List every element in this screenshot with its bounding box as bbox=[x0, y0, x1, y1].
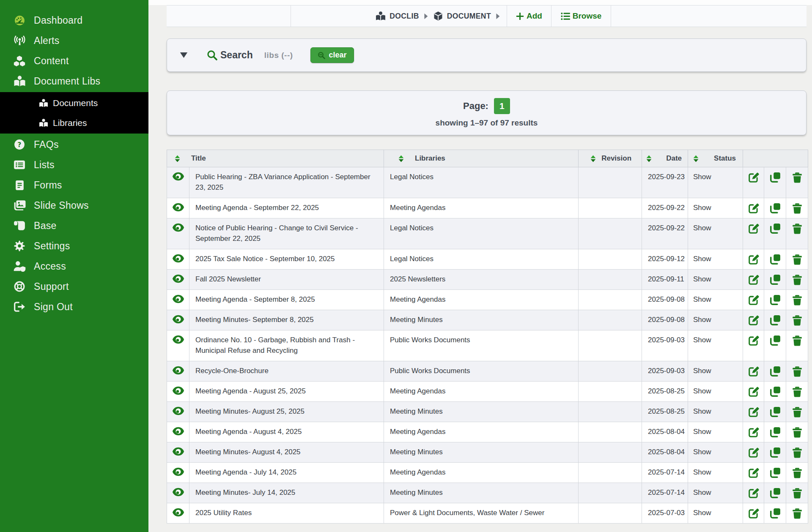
row-edit-button[interactable] bbox=[743, 483, 764, 503]
row-copy-button[interactable] bbox=[764, 198, 786, 218]
row-edit-button[interactable] bbox=[743, 442, 764, 462]
row-edit-button[interactable] bbox=[743, 462, 764, 483]
sidebar-item-alerts[interactable]: Alerts bbox=[0, 30, 148, 51]
column-header-revision[interactable]: Revision bbox=[579, 150, 642, 167]
row-title: Recycle-One-Brochure bbox=[189, 361, 384, 381]
row-view-button[interactable] bbox=[167, 381, 189, 401]
row-view-button[interactable] bbox=[167, 198, 189, 218]
sidebar-item-support[interactable]: Support bbox=[0, 276, 148, 297]
row-view-button[interactable] bbox=[167, 310, 189, 330]
row-date: 2025-07-14 bbox=[642, 483, 688, 503]
row-view-button[interactable] bbox=[167, 401, 189, 422]
column-header-date[interactable]: Date bbox=[642, 150, 688, 167]
question-circle-icon bbox=[12, 139, 27, 150]
row-edit-button[interactable] bbox=[743, 167, 764, 198]
row-delete-button[interactable] bbox=[786, 310, 808, 330]
row-view-button[interactable] bbox=[167, 289, 189, 310]
row-copy-button[interactable] bbox=[764, 218, 786, 249]
breadcrumb-doclib[interactable]: DOCLIB bbox=[376, 11, 419, 21]
sidebar-item-libraries[interactable]: Libraries bbox=[0, 113, 148, 133]
sidebar-item-lists[interactable]: Lists bbox=[0, 155, 148, 175]
row-delete-button[interactable] bbox=[786, 289, 808, 310]
row-copy-button[interactable] bbox=[764, 167, 786, 198]
row-delete-button[interactable] bbox=[786, 503, 808, 523]
sidebar-item-dashboard[interactable]: Dashboard bbox=[0, 10, 148, 30]
row-view-button[interactable] bbox=[167, 462, 189, 483]
row-copy-button[interactable] bbox=[764, 289, 786, 310]
row-delete-button[interactable] bbox=[786, 361, 808, 381]
copy-icon bbox=[765, 315, 785, 326]
row-view-button[interactable] bbox=[167, 330, 189, 361]
sidebar-item-label: Slide Shows bbox=[34, 200, 89, 211]
sidebar-item-slide-shows[interactable]: Slide Shows bbox=[0, 195, 148, 216]
row-delete-button[interactable] bbox=[786, 442, 808, 462]
row-view-button[interactable] bbox=[167, 442, 189, 462]
row-delete-button[interactable] bbox=[786, 249, 808, 269]
row-edit-button[interactable] bbox=[743, 381, 764, 401]
row-delete-button[interactable] bbox=[786, 422, 808, 442]
row-edit-button[interactable] bbox=[743, 401, 764, 422]
row-view-button[interactable] bbox=[167, 483, 189, 503]
row-view-button[interactable] bbox=[167, 218, 189, 249]
column-header-libraries[interactable]: Libraries bbox=[384, 150, 579, 167]
row-delete-button[interactable] bbox=[786, 401, 808, 422]
row-view-button[interactable] bbox=[167, 249, 189, 269]
row-delete-button[interactable] bbox=[786, 198, 808, 218]
row-copy-button[interactable] bbox=[764, 401, 786, 422]
row-copy-button[interactable] bbox=[764, 381, 786, 401]
row-delete-button[interactable] bbox=[786, 218, 808, 249]
column-header-title[interactable]: Title bbox=[167, 150, 384, 167]
row-view-button[interactable] bbox=[167, 167, 189, 198]
row-copy-button[interactable] bbox=[764, 269, 786, 289]
row-copy-button[interactable] bbox=[764, 483, 786, 503]
row-copy-button[interactable] bbox=[764, 361, 786, 381]
row-copy-button[interactable] bbox=[764, 503, 786, 523]
row-edit-button[interactable] bbox=[743, 422, 764, 442]
page-number-button[interactable]: 1 bbox=[494, 98, 510, 114]
row-copy-button[interactable] bbox=[764, 310, 786, 330]
sidebar-item-access[interactable]: Access bbox=[0, 256, 148, 276]
row-edit-button[interactable] bbox=[743, 361, 764, 381]
clear-search-button[interactable]: clear bbox=[310, 47, 354, 63]
row-view-button[interactable] bbox=[167, 422, 189, 442]
row-edit-button[interactable] bbox=[743, 218, 764, 249]
row-delete-button[interactable] bbox=[786, 462, 808, 483]
row-delete-button[interactable] bbox=[786, 269, 808, 289]
sidebar-item-settings[interactable]: Settings bbox=[0, 236, 148, 256]
row-delete-button[interactable] bbox=[786, 381, 808, 401]
row-edit-button[interactable] bbox=[743, 249, 764, 269]
trash-icon bbox=[787, 172, 807, 183]
row-copy-button[interactable] bbox=[764, 330, 786, 361]
row-edit-button[interactable] bbox=[743, 503, 764, 523]
row-copy-button[interactable] bbox=[764, 442, 786, 462]
sidebar-item-faqs[interactable]: FAQs bbox=[0, 134, 148, 155]
row-delete-button[interactable] bbox=[786, 167, 808, 198]
row-copy-button[interactable] bbox=[764, 462, 786, 483]
row-edit-button[interactable] bbox=[743, 198, 764, 218]
row-edit-button[interactable] bbox=[743, 310, 764, 330]
row-delete-button[interactable] bbox=[786, 483, 808, 503]
sidebar-item-documents[interactable]: Documents bbox=[0, 93, 148, 113]
row-edit-button[interactable] bbox=[743, 330, 764, 361]
sidebar-item-document-libs[interactable]: Document Libs bbox=[0, 71, 148, 91]
breadcrumb-document[interactable]: DOCUMENT bbox=[433, 11, 491, 21]
row-view-button[interactable] bbox=[167, 269, 189, 289]
column-header-status[interactable]: Status bbox=[688, 150, 743, 167]
search-collapse-toggle[interactable] bbox=[180, 52, 188, 58]
sidebar-item-forms[interactable]: Forms bbox=[0, 175, 148, 195]
row-delete-button[interactable] bbox=[786, 330, 808, 361]
browse-button[interactable]: Browse bbox=[551, 5, 611, 27]
add-button[interactable]: Add bbox=[507, 5, 551, 27]
sidebar-item-content[interactable]: Content bbox=[0, 51, 148, 71]
sidebar-item-label: Access bbox=[34, 261, 66, 272]
row-edit-button[interactable] bbox=[743, 269, 764, 289]
sidebar-item-sign-out[interactable]: Sign Out bbox=[0, 297, 148, 317]
row-view-button[interactable] bbox=[167, 361, 189, 381]
sidebar-item-label: Support bbox=[34, 281, 69, 292]
row-copy-button[interactable] bbox=[764, 249, 786, 269]
row-copy-button[interactable] bbox=[764, 422, 786, 442]
row-edit-button[interactable] bbox=[743, 289, 764, 310]
sidebar-item-base[interactable]: Base bbox=[0, 216, 148, 236]
row-view-button[interactable] bbox=[167, 503, 189, 523]
edit-icon bbox=[743, 508, 763, 519]
